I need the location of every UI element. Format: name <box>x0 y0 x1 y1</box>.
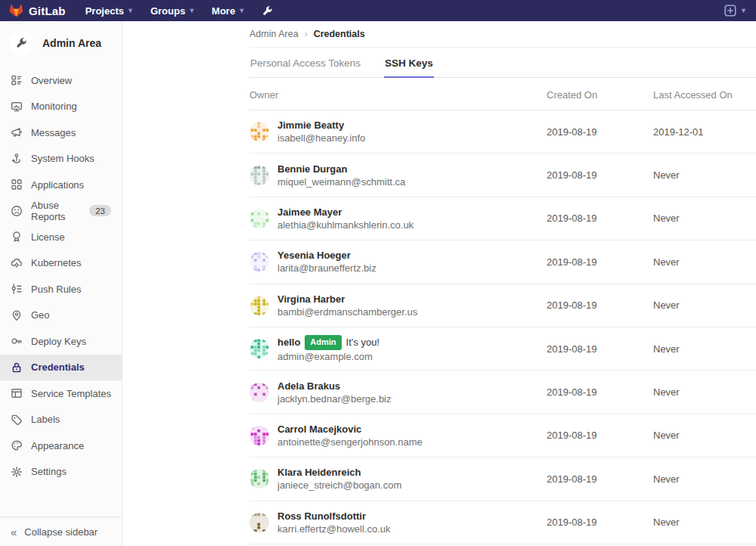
nav-groups[interactable]: Groups▼ <box>150 5 195 17</box>
owner-cell: Adela Brakus jacklyn.bednar@berge.biz <box>249 380 547 405</box>
sidebar-item-label: Geo <box>31 309 50 321</box>
owner-cell: Bennie Durgan miquel_weimann@schmitt.ca <box>249 163 547 188</box>
owner-email: admin@example.com <box>277 350 380 363</box>
chevron-down-icon: ▼ <box>127 8 134 14</box>
sidebar-item-messages[interactable]: Messages <box>0 119 122 146</box>
owner-cell: Klara Heidenreich janiece_streich@bogan.… <box>249 466 547 492</box>
sidebar-item-credentials[interactable]: Credentials <box>0 355 122 381</box>
brand-name: GitLab <box>29 5 66 17</box>
wrench-icon <box>9 31 33 55</box>
sidebar-item-label: System Hooks <box>31 153 94 164</box>
created-on-value: 2019-08-19 <box>547 386 653 398</box>
owner-email: larita@brauneffertz.biz <box>277 262 376 275</box>
nav-projects[interactable]: Projects▼ <box>85 5 134 17</box>
sidebar-header[interactable]: Admin Area <box>0 21 122 64</box>
credentials-tabs: Personal Access Tokens SSH Keys <box>249 48 756 78</box>
owner-email: antoinette@sengerjohnson.name <box>277 436 423 448</box>
sidebar-item-label: Kubernetes <box>31 257 82 268</box>
tanuki-icon <box>9 4 23 17</box>
admin-sidebar: Admin Area Overview Monitoring Messages … <box>0 21 122 546</box>
sidebar-item-license[interactable]: License <box>0 224 122 250</box>
sidebar-item-deploy-keys[interactable]: Deploy Keys <box>0 328 122 355</box>
sidebar-item-geo[interactable]: Geo <box>0 302 122 329</box>
sidebar-item-push-rules[interactable]: Push Rules <box>0 276 122 302</box>
avatar <box>249 209 269 228</box>
sidebar-item-label: Service Templates <box>31 388 111 399</box>
owner-name: Ross Runolfsdottir <box>277 510 391 523</box>
col-owner: Owner <box>249 89 547 101</box>
sidebar-item-label: Credentials <box>31 361 85 373</box>
new-menu-button[interactable] <box>724 5 736 17</box>
sidebar-item-label: Labels <box>31 414 60 425</box>
push-icon <box>11 283 23 295</box>
breadcrumb: Admin Area › Credentials <box>249 21 756 48</box>
owner-email: karri.effertz@howell.co.uk <box>277 523 391 535</box>
sidebar-item-service-templates[interactable]: Service Templates <box>0 380 122 407</box>
admin-area-button[interactable] <box>262 5 273 17</box>
breadcrumb-admin-area[interactable]: Admin Area <box>249 29 299 39</box>
gitlab-logo[interactable]: GitLab <box>9 4 66 17</box>
geo-icon <box>11 309 23 321</box>
avatar <box>249 513 269 532</box>
apps-icon <box>11 178 23 191</box>
nav-more[interactable]: More▼ <box>212 5 245 17</box>
table-row: Yesenia Hoeger larita@brauneffertz.biz 2… <box>249 240 756 284</box>
owner-name: Yesenia Hoeger <box>277 249 376 262</box>
created-on-value: 2019-08-19 <box>547 517 653 528</box>
tab-personal-access-tokens[interactable]: Personal Access Tokens <box>249 57 361 78</box>
owner-cell: Jaimee Mayer alethia@kuhlmankshlerin.co.… <box>249 206 547 231</box>
created-on-value: 2019-08-19 <box>547 473 653 485</box>
last-accessed-value: 2019-12-01 <box>653 126 756 138</box>
template-icon <box>11 387 23 399</box>
last-accessed-value: Never <box>653 517 756 528</box>
lock-icon <box>11 361 23 374</box>
avatar <box>249 296 269 315</box>
kube-icon <box>11 257 23 269</box>
ssh-keys-table: Jimmie Beatty isabell@heaney.info 2019-0… <box>249 110 756 544</box>
sidebar-item-monitoring[interactable]: Monitoring <box>0 94 122 120</box>
main-content: Admin Area › Credentials Personal Access… <box>122 21 756 546</box>
table-row: Ross Runolfsdottir karri.effertz@howell.… <box>249 501 756 544</box>
table-row: Klara Heidenreich janiece_streich@bogan.… <box>249 458 756 501</box>
sidebar-item-applications[interactable]: Applications <box>0 172 122 198</box>
table-row: Bennie Durgan miquel_weimann@schmitt.ca … <box>249 154 756 197</box>
last-accessed-value: Never <box>653 169 756 181</box>
sidebar-title: Admin Area <box>42 37 101 49</box>
avatar <box>249 426 269 445</box>
double-chevron-left-icon: « <box>11 526 17 538</box>
chevron-down-icon[interactable]: ▼ <box>740 8 747 14</box>
avatar <box>249 469 269 489</box>
hook-icon <box>11 153 23 165</box>
avatar <box>249 122 269 141</box>
table-header: Owner Created On Last Accessed On <box>249 78 756 110</box>
sidebar-item-label: Applications <box>31 179 84 191</box>
owner-name: Carrol Macejkovic <box>277 423 423 436</box>
sidebar-item-label: Appearance <box>31 440 84 451</box>
sidebar-item-kubernetes[interactable]: Kubernetes <box>0 250 122 277</box>
owner-name: Jaimee Mayer <box>277 206 414 219</box>
abuse-icon <box>11 205 23 217</box>
collapse-sidebar-button[interactable]: « Collapse sidebar <box>0 517 122 546</box>
tab-ssh-keys[interactable]: SSH Keys <box>384 57 434 78</box>
table-row: Virgina Harber bambi@erdmanschamberger.u… <box>249 284 756 327</box>
sidebar-item-appearance[interactable]: Appearance <box>0 433 122 459</box>
avatar <box>249 383 269 402</box>
sidebar-item-overview[interactable]: Overview <box>0 67 122 94</box>
table-row: hello Admin It's you! admin@example.com … <box>249 327 756 371</box>
owner-cell: Virgina Harber bambi@erdmanschamberger.u… <box>249 293 547 318</box>
last-accessed-value: Never <box>653 299 756 311</box>
top-navbar: GitLab Projects▼ Groups▼ More▼ ▼ <box>0 0 756 21</box>
sidebar-item-abuse-reports[interactable]: Abuse Reports 23 <box>0 198 122 225</box>
created-on-value: 2019-08-19 <box>547 430 653 441</box>
monitor-icon <box>11 101 23 113</box>
sidebar-item-label: Deploy Keys <box>31 336 86 347</box>
sidebar-item-labels[interactable]: Labels <box>0 407 122 433</box>
plus-square-icon <box>724 5 736 17</box>
last-accessed-value: Never <box>653 473 756 485</box>
table-row: Jaimee Mayer alethia@kuhlmankshlerin.co.… <box>249 197 756 240</box>
avatar <box>249 252 269 271</box>
sidebar-item-system-hooks[interactable]: System Hooks <box>0 146 122 172</box>
sidebar-item-settings[interactable]: Settings <box>0 459 122 486</box>
owner-email: alethia@kuhlmankshlerin.co.uk <box>277 219 414 231</box>
owner-name: hello Admin It's you! <box>277 335 380 350</box>
